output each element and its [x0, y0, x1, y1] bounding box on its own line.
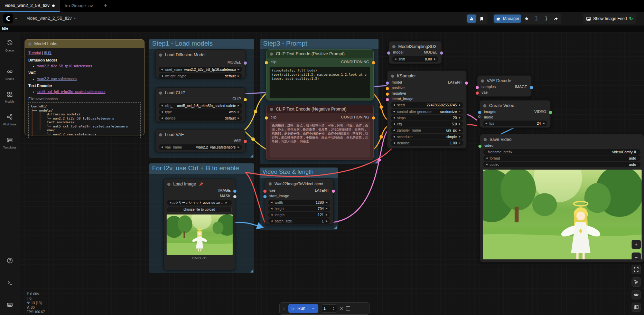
output-dot-video[interactable]: [549, 111, 552, 114]
note-node-model-links[interactable]: Model Links Tutorial | 教程 Diffusion Mode…: [25, 39, 144, 135]
input-dot-vae[interactable]: [476, 92, 479, 95]
collapse-dot[interactable]: [28, 42, 31, 46]
widget-right-arrow-icon[interactable]: [543, 122, 545, 125]
input-dot-vae[interactable]: [263, 190, 267, 193]
input-dot-clip[interactable]: [265, 116, 268, 120]
widget-weight-dtype[interactable]: weight_dtype default: [159, 73, 242, 79]
collapse-dot[interactable]: [481, 79, 484, 83]
reroute-dot[interactable]: [254, 110, 257, 113]
widget-left-arrow-icon[interactable]: [161, 146, 163, 149]
widget-device[interactable]: device default: [159, 115, 242, 121]
collapse-dot[interactable]: [270, 108, 273, 111]
sidebar-item-shortcuts[interactable]: [0, 302, 19, 309]
wire-vae-to-latentnode[interactable]: [245, 172, 265, 222]
output-dot-clip[interactable]: [244, 98, 247, 101]
widget-left-arrow-icon[interactable]: [486, 157, 487, 160]
widget-left-arrow-icon[interactable]: [161, 68, 163, 71]
widget-left-arrow-icon[interactable]: [393, 135, 395, 138]
clear-queue-icon[interactable]: ✕: [340, 306, 344, 311]
widget-left-arrow-icon[interactable]: [271, 213, 272, 216]
collapse-dot[interactable]: [391, 75, 394, 78]
output-dot-mask[interactable]: [233, 195, 236, 198]
widget-left-arrow-icon[interactable]: [169, 201, 171, 204]
widget-denoise[interactable]: denoise1.00: [391, 140, 463, 146]
widget-batch-size[interactable]: batch_size1: [268, 218, 330, 224]
widget-shift[interactable]: shift 8.00: [392, 56, 438, 62]
node-create-video[interactable]: Create Video images audio VIDEO fps 24: [479, 100, 551, 128]
input-dot-audio[interactable]: [478, 115, 480, 118]
widget-left-arrow-icon[interactable]: [393, 116, 395, 119]
text-encoder-link[interactable]: umt5_xxl_fp8_e4m3fn_scaled.safetensors: [37, 89, 105, 94]
output-dot-vae[interactable]: [244, 140, 247, 143]
collapse-dot[interactable]: [484, 138, 487, 141]
sidebar-item-terminal[interactable]: [0, 279, 19, 287]
widget-right-arrow-icon[interactable]: [238, 111, 240, 113]
wire-image-to-start[interactable]: [235, 222, 262, 227]
input-dot-samples[interactable]: [476, 86, 479, 89]
widget-right-arrow-icon[interactable]: [459, 123, 461, 125]
tab-text2image[interactable]: text2image_av: [60, 0, 98, 12]
widget-left-arrow-icon[interactable]: [393, 129, 395, 132]
canvas-toggle-button[interactable]: [467, 15, 476, 23]
node-vae-decode[interactable]: VAE Decode samples vae IMAGE: [477, 75, 532, 97]
logo-chevron-down-icon[interactable]: ▾: [15, 17, 17, 20]
widget-fps[interactable]: fps 24: [483, 121, 547, 126]
choose-file-button[interactable]: choose file to upload: [167, 207, 232, 212]
node-ksampler[interactable]: KSampler model positive negative latent_…: [387, 70, 467, 149]
widget-height[interactable]: height704: [268, 206, 330, 211]
widget-right-arrow-icon[interactable]: [326, 213, 328, 216]
chevron-down-icon[interactable]: [311, 307, 315, 310]
input-dot-latent-image[interactable]: [386, 98, 389, 101]
load-image-preview[interactable]: [167, 214, 233, 255]
drag-handle-icon[interactable]: ⠿: [282, 306, 286, 311]
widget-left-arrow-icon[interactable]: [161, 117, 163, 120]
widget-right-arrow-icon[interactable]: [238, 68, 240, 71]
collapse-dot[interactable]: [270, 52, 273, 56]
node-clip-text-encode-negative[interactable]: CLIP Text Encode (Negative Prompt) clip …: [266, 105, 374, 160]
output-dot-model[interactable]: [440, 51, 443, 55]
widget-right-arrow-icon[interactable]: [459, 116, 461, 119]
node-clip-text-encode-positive[interactable]: CLIP Text Encode (Positive Prompt) clip …: [266, 49, 374, 101]
widget-image-select[interactable]: スクリーンショット 2025-09-10 ...: [167, 200, 232, 206]
widget-clip-name[interactable]: clip_ ... umt5_xxl_fp8_e4m3fn_scaled.saf…: [159, 103, 242, 108]
save-video-preview[interactable]: [483, 170, 642, 259]
widget-left-arrow-icon[interactable]: [393, 142, 395, 144]
widget-left-arrow-icon[interactable]: [161, 75, 163, 77]
output-dot-conditioning[interactable]: [372, 116, 375, 120]
widget-format[interactable]: format auto: [483, 155, 641, 161]
widget-right-arrow-icon[interactable]: [459, 135, 461, 138]
reroute-dot[interactable]: [377, 158, 381, 162]
sidebar-item-workflows[interactable]: Workflows: [0, 114, 19, 126]
collapse-dot[interactable]: [483, 104, 486, 107]
toggle-links-button[interactable]: [632, 290, 641, 299]
select-mode-button[interactable]: [632, 277, 641, 287]
node-save-video[interactable]: Save Video video filename_prefix video/C…: [480, 134, 644, 262]
widget-left-arrow-icon[interactable]: [393, 104, 395, 106]
widget-left-arrow-icon[interactable]: [161, 111, 163, 113]
widget-seed[interactable]: seed274785682553745: [391, 102, 463, 108]
workflow-tool-button-1[interactable]: ℷ: [532, 15, 541, 23]
wire-ksampler-to-vaedecode[interactable]: [466, 114, 477, 120]
widget-left-arrow-icon[interactable]: [393, 123, 395, 125]
input-dot-clip[interactable]: [265, 61, 268, 64]
widget-filename-prefix[interactable]: filename_prefix video/ComfyUI: [483, 149, 641, 155]
widget-length[interactable]: length121: [268, 212, 330, 218]
favorites-button[interactable]: ★: [522, 15, 531, 23]
minimap-button[interactable]: [632, 303, 641, 312]
batch-count-input[interactable]: 1 ▲▼: [321, 304, 337, 313]
input-dot-images[interactable]: [478, 111, 481, 114]
negative-prompt-textarea[interactable]: 色调艳丽，过曝，静态，细节模糊不清，字幕，风格，作品，画作，画面，静止，整体发灰…: [270, 122, 370, 158]
node-load-vae[interactable]: Load VAE VAE vae_name wan2.2_vae.safeten…: [155, 129, 245, 152]
output-dot-latent[interactable]: [465, 82, 468, 85]
zoom-in-button[interactable]: +: [632, 240, 641, 249]
widget-right-arrow-icon[interactable]: [434, 58, 436, 60]
zoom-out-button[interactable]: −: [632, 252, 641, 262]
widget-right-arrow-icon[interactable]: [326, 201, 328, 204]
new-tab-button[interactable]: +: [98, 0, 113, 12]
show-image-feed-button[interactable]: Show Image Feed ↻: [584, 15, 635, 23]
node-load-clip[interactable]: Load CLIP CLIP clip_ ... umt5_xxl_fp8_e4…: [155, 87, 245, 122]
widget-left-arrow-icon[interactable]: [271, 201, 272, 204]
tutorial-link-en[interactable]: Tutorial: [28, 51, 41, 55]
run-button[interactable]: Run: [288, 304, 318, 313]
stepper-arrows-icon[interactable]: ▲▼: [333, 306, 335, 311]
